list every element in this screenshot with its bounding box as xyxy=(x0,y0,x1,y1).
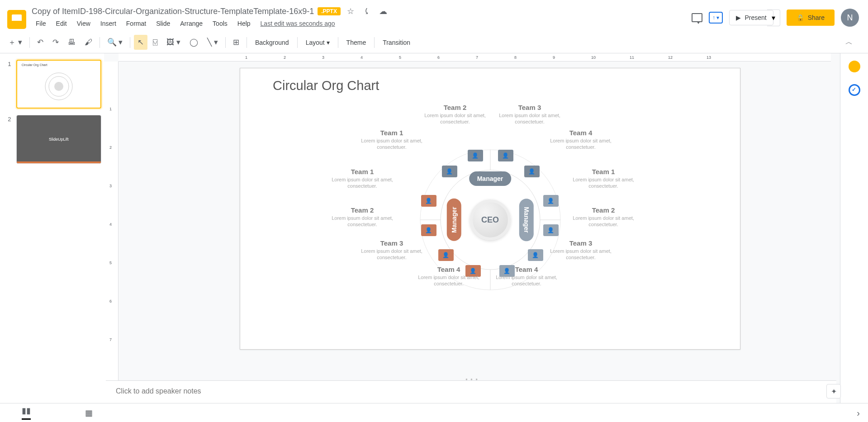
slide-canvas[interactable]: Circular Org Chart CEO Manager Manager M… xyxy=(240,68,740,350)
menu-file[interactable]: File xyxy=(32,18,50,29)
line-tool[interactable]: ╲ ▾ xyxy=(204,35,222,50)
team-label[interactable]: Team 2Lorem ipsum dolor sit amet, consec… xyxy=(417,104,493,125)
slide-title[interactable]: Circular Org Chart xyxy=(273,78,379,93)
horizontal-ruler: 12345678910111213 xyxy=(119,53,831,62)
side-panel: ＋ xyxy=(840,53,868,422)
team-label[interactable]: Team 1Lorem ipsum dolor sit amet, consec… xyxy=(565,168,642,190)
menu-tools[interactable]: Tools xyxy=(209,18,232,29)
team-node[interactable]: 👤 xyxy=(498,150,513,161)
grid-view-icon[interactable]: ▦ xyxy=(85,408,93,418)
team-label[interactable]: Team 4Lorem ipsum dolor sit amet, consec… xyxy=(488,266,565,287)
team-node[interactable]: 👤 xyxy=(528,249,543,261)
keep-icon[interactable] xyxy=(849,61,860,72)
filmstrip[interactable]: 1 Circular Org Chart 2 SlideUpLift xyxy=(0,53,104,422)
menu-arrange[interactable]: Arrange xyxy=(176,18,207,29)
next-arrow-icon[interactable]: › xyxy=(857,408,860,418)
comments-icon[interactable] xyxy=(692,13,702,22)
slide-thumbnail-2[interactable]: SlideUpLift xyxy=(16,115,101,164)
menu-bar: File Edit View Insert Format Slide Arran… xyxy=(32,18,692,29)
bottom-bar: ▮▮ ▦ › xyxy=(0,403,868,422)
cloud-icon[interactable]: ☁ xyxy=(376,6,390,16)
upload-icon[interactable]: ↑ ▾ xyxy=(709,12,723,24)
textbox-tool[interactable]: ⍌ xyxy=(149,35,161,50)
toolbar: ＋ ▾ ↶ ↷ 🖶 🖌 🔍 ▾ ↖ ⍌ 🖼 ▾ ◯ ╲ ▾ ⊞ Backgrou… xyxy=(0,32,868,53)
share-button[interactable]: 🔒 Share xyxy=(787,9,835,26)
team-label[interactable]: Team 2Lorem ipsum dolor sit amet, consec… xyxy=(565,206,642,228)
explore-button[interactable]: ✦ xyxy=(826,384,841,398)
menu-help[interactable]: Help xyxy=(233,18,255,29)
vertical-ruler: 1234567 xyxy=(104,62,119,422)
team-label[interactable]: Team 4Lorem ipsum dolor sit amet, consec… xyxy=(542,129,619,151)
redo-button[interactable]: ↷ xyxy=(49,35,62,50)
manager-right[interactable]: Manager xyxy=(519,199,534,241)
canvas-area[interactable]: 12345678910111213 1234567 Circular Org C… xyxy=(104,53,840,422)
team-label[interactable]: Team 3Lorem ipsum dolor sit amet, consec… xyxy=(353,239,430,261)
menu-slide[interactable]: Slide xyxy=(152,18,174,29)
transition-button[interactable]: Transition xyxy=(378,36,415,49)
thumb-number: 2 xyxy=(3,115,16,164)
team-node[interactable]: 👤 xyxy=(421,224,436,236)
team-node[interactable]: 👤 xyxy=(524,166,540,177)
team-node[interactable]: 👤 xyxy=(442,166,457,177)
menu-view[interactable]: View xyxy=(73,18,95,29)
header: Copy of ItemID-198-Circular-Organization… xyxy=(0,0,868,32)
theme-button[interactable]: Theme xyxy=(342,36,371,49)
slide-thumbnail-1[interactable]: Circular Org Chart xyxy=(16,60,101,109)
team-label[interactable]: Team 2Lorem ipsum dolor sit amet, consec… xyxy=(324,206,401,228)
filmstrip-view-icon[interactable]: ▮▮ xyxy=(22,406,31,420)
star-icon[interactable]: ☆ xyxy=(344,6,357,16)
manager-top[interactable]: Manager xyxy=(469,171,512,186)
tasks-icon[interactable] xyxy=(849,84,860,96)
last-edit-link[interactable]: Last edit was seconds ago xyxy=(256,18,339,29)
chart-center: CEO Manager Manager Manager 👤 👤 👤 👤 👤 👤 … xyxy=(470,199,511,240)
document-title[interactable]: Copy of ItemID-198-Circular-Organization… xyxy=(32,7,314,16)
collapse-toolbar-icon[interactable]: ︿ xyxy=(835,35,863,50)
team-node[interactable]: 👤 xyxy=(438,249,454,261)
speaker-notes[interactable]: Click to add speaker notes xyxy=(106,380,836,403)
background-button[interactable]: Background xyxy=(251,36,294,49)
team-node[interactable]: 👤 xyxy=(543,195,559,207)
shape-tool[interactable]: ◯ xyxy=(186,35,202,50)
team-label[interactable]: Team 4Lorem ipsum dolor sit amet, consec… xyxy=(410,266,487,287)
undo-button[interactable]: ↶ xyxy=(33,35,47,50)
menu-format[interactable]: Format xyxy=(122,18,150,29)
svg-point-0 xyxy=(54,82,63,91)
layout-button[interactable]: Layout ▾ xyxy=(301,36,334,49)
image-tool[interactable]: 🖼 ▾ xyxy=(163,35,184,50)
select-tool[interactable]: ↖ xyxy=(134,35,147,50)
manager-left[interactable]: Manager xyxy=(446,199,461,241)
print-button[interactable]: 🖶 xyxy=(64,35,79,50)
team-node[interactable]: 👤 xyxy=(468,150,483,161)
team-label[interactable]: Team 3Lorem ipsum dolor sit amet, consec… xyxy=(491,104,568,125)
comment-button[interactable]: ⊞ xyxy=(229,35,243,50)
thumb-number: 1 xyxy=(3,60,16,109)
team-label[interactable]: Team 1Lorem ipsum dolor sit amet, consec… xyxy=(324,168,401,190)
move-icon[interactable]: ⤹ xyxy=(360,6,373,16)
team-node[interactable]: 👤 xyxy=(543,224,559,236)
team-node[interactable]: 👤 xyxy=(421,195,436,207)
pptx-badge: .PPTX xyxy=(318,7,341,15)
menu-insert[interactable]: Insert xyxy=(96,18,120,29)
present-dropdown[interactable]: ▾ xyxy=(767,9,780,26)
new-slide-button[interactable]: ＋ ▾ xyxy=(5,34,26,50)
slides-logo[interactable] xyxy=(7,10,26,29)
team-label[interactable]: Team 3Lorem ipsum dolor sit amet, consec… xyxy=(542,239,619,261)
account-avatar[interactable]: N xyxy=(841,9,859,27)
team-label[interactable]: Team 1Lorem ipsum dolor sit amet, consec… xyxy=(353,129,430,151)
ceo-circle[interactable]: CEO xyxy=(470,199,511,240)
menu-edit[interactable]: Edit xyxy=(52,18,71,29)
title-area: Copy of ItemID-198-Circular-Organization… xyxy=(32,6,692,29)
paint-format-button[interactable]: 🖌 xyxy=(81,35,96,50)
zoom-button[interactable]: 🔍 ▾ xyxy=(104,35,127,50)
